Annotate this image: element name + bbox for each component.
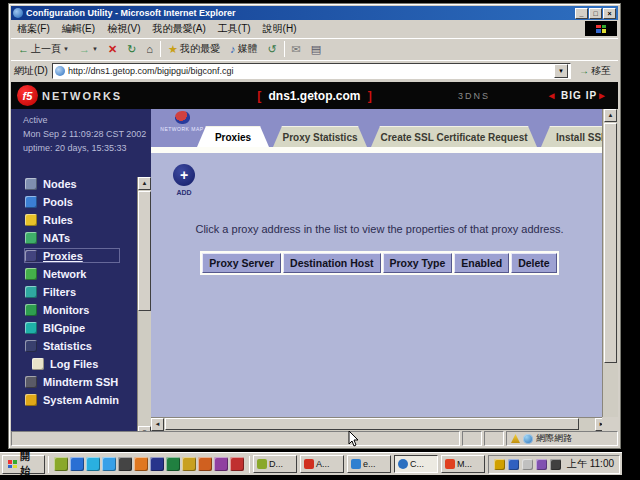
system-status: Active [23, 115, 48, 125]
task-button[interactable]: M... [441, 455, 485, 473]
proxies-icon [25, 250, 37, 262]
taskbar: 開始 D... A... e [0, 452, 622, 475]
tray-icon[interactable] [550, 459, 561, 470]
scroll-up-icon[interactable]: ▲ [138, 177, 151, 190]
tab-proxies[interactable]: Proxies [197, 126, 269, 147]
sidebar-item-system-admin[interactable]: System Admin [25, 393, 119, 406]
sidebar-item-filters[interactable]: Filters [25, 285, 119, 298]
addressbar: 網址(D) ▼ → 移至 [11, 60, 618, 80]
back-dropdown-icon[interactable]: ▼ [63, 46, 69, 52]
quick-launch-icon[interactable] [102, 457, 116, 471]
mail-button[interactable]: ✉ [289, 43, 304, 56]
forward-button[interactable]: → ▼ [76, 43, 101, 56]
col-destination-host[interactable]: Destination Host [283, 253, 380, 273]
back-button[interactable]: ← 上一頁 ▼ [15, 41, 72, 57]
quick-launch-icon[interactable] [198, 457, 212, 471]
menubar: 檔案(F) 編輯(E) 檢視(V) 我的最愛(A) 工具(T) 說明(H) [11, 21, 618, 37]
go-icon: → [579, 65, 589, 76]
mail-icon: ✉ [292, 44, 301, 55]
sidebar-scrollbar[interactable]: ▲ ▼ [137, 177, 151, 439]
home-button[interactable]: ⌂ [143, 43, 156, 56]
go-button[interactable]: → 移至 [575, 63, 615, 79]
menu-help[interactable]: 說明(H) [263, 22, 297, 36]
scroll-left-icon[interactable]: ◄ [151, 418, 164, 431]
alert-icon [511, 434, 520, 443]
sidebar-item-mindterm-ssh[interactable]: Mindterm SSH [25, 375, 119, 388]
sidebar-item-bigpipe[interactable]: BIGpipe [25, 321, 119, 334]
sidebar-item-proxies[interactable]: Proxies [25, 249, 119, 262]
menu-favorites[interactable]: 我的最愛(A) [152, 22, 205, 36]
hostname-wrap: [ dns1.getop.com ] [11, 89, 618, 103]
quick-launch-icon[interactable] [150, 457, 164, 471]
sidebar-item-network[interactable]: Network [25, 267, 119, 280]
maximize-button[interactable]: □ [589, 8, 602, 19]
tab-install-ssl-certificate[interactable]: Install SSL Certif [541, 126, 608, 147]
content-horizontal-scrollbar[interactable]: ◄ ► [151, 417, 608, 431]
sidebar-nav: Nodes Pools Rules NATs Proxies [25, 177, 119, 406]
col-enabled[interactable]: Enabled [454, 253, 509, 273]
sidebar-item-nodes[interactable]: Nodes [25, 177, 119, 190]
col-delete[interactable]: Delete [511, 253, 557, 273]
log-files-icon [32, 358, 44, 370]
quick-launch-icon[interactable] [118, 457, 132, 471]
ie-icon [398, 459, 408, 469]
menu-view[interactable]: 檢視(V) [107, 22, 140, 36]
tray-icon[interactable] [508, 459, 519, 470]
content-vertical-scrollbar[interactable]: ▲ ▼ [602, 109, 618, 431]
sidebar-item-log-files[interactable]: Log Files [32, 357, 119, 370]
tray-icon[interactable] [536, 459, 547, 470]
scroll-up-icon[interactable]: ▲ [604, 109, 617, 122]
print-button[interactable]: ▤ [308, 43, 324, 56]
add-proxy-button[interactable]: + [173, 164, 195, 186]
sidebar-item-rules[interactable]: Rules [25, 213, 119, 226]
back-icon: ← [18, 44, 29, 55]
nats-icon [25, 232, 37, 244]
task-button[interactable]: e... [347, 455, 391, 473]
quick-launch-icon[interactable] [70, 457, 84, 471]
system-datetime: Mon Sep 2 11:09:28 CST 2002 [23, 129, 146, 139]
scrollbar-thumb[interactable] [165, 418, 579, 430]
menu-edit[interactable]: 編輯(E) [62, 22, 95, 36]
forward-dropdown-icon[interactable]: ▼ [92, 46, 98, 52]
quick-launch-icon[interactable] [230, 457, 244, 471]
col-proxy-server[interactable]: Proxy Server [202, 253, 281, 273]
tray-icon[interactable] [522, 459, 533, 470]
quick-launch-icon[interactable] [54, 457, 68, 471]
tab-proxy-statistics[interactable]: Proxy Statistics [273, 126, 367, 147]
address-dropdown-icon[interactable]: ▼ [554, 64, 568, 78]
sidebar-item-statistics[interactable]: Statistics [25, 339, 119, 352]
network-map-button[interactable]: NETWORK MAP [159, 111, 205, 132]
refresh-button[interactable]: ↻ [124, 43, 139, 56]
task-button[interactable]: D... [253, 455, 297, 473]
minimize-button[interactable]: _ [575, 8, 588, 19]
tab-create-ssl-certificate-request[interactable]: Create SSL Certificate Request [371, 126, 537, 147]
menu-file[interactable]: 檔案(F) [17, 22, 50, 36]
task-button[interactable]: A... [300, 455, 344, 473]
quick-launch-icon[interactable] [214, 457, 228, 471]
titlebar: Configuration Utility - Microsoft Intern… [11, 6, 618, 20]
start-button[interactable]: 開始 [2, 455, 45, 474]
tray-icon[interactable] [494, 459, 505, 470]
window-controls: _ □ × [575, 8, 616, 19]
sidebar-item-monitors[interactable]: Monitors [25, 303, 119, 316]
quick-launch-icon[interactable] [166, 457, 180, 471]
close-button[interactable]: × [603, 8, 616, 19]
menu-tools[interactable]: 工具(T) [218, 22, 251, 36]
scrollbar-thumb[interactable] [604, 123, 617, 363]
quick-launch-icon[interactable] [86, 457, 100, 471]
col-proxy-type[interactable]: Proxy Type [383, 253, 453, 273]
scrollbar-thumb[interactable] [138, 191, 151, 311]
quick-launch-icon[interactable] [134, 457, 148, 471]
quick-launch-icon[interactable] [182, 457, 196, 471]
sidebar-item-pools[interactable]: Pools [25, 195, 119, 208]
stop-button[interactable]: ✕ [105, 43, 120, 56]
proxies-panel: + ADD Click a proxy address in the list … [151, 153, 608, 425]
address-input[interactable] [68, 66, 554, 76]
media-button[interactable]: ♪ 媒體 [227, 41, 261, 57]
task-button-active[interactable]: C... [394, 455, 438, 473]
favorites-button[interactable]: ★ 我的最愛 [165, 41, 223, 57]
window-title: Configuration Utility - Microsoft Intern… [26, 8, 575, 18]
history-button[interactable]: ↺ [264, 43, 279, 56]
page-icon [55, 66, 65, 76]
sidebar-item-nats[interactable]: NATs [25, 231, 119, 244]
